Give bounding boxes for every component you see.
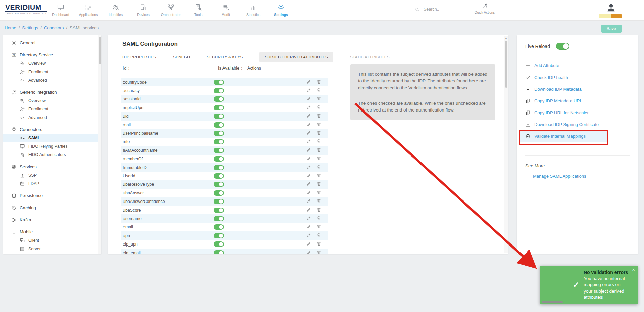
nav-item-orchestrator[interactable]: Orchestrator	[159, 2, 183, 17]
delete-attribute-button[interactable]	[316, 122, 321, 128]
delete-attribute-button[interactable]	[316, 113, 321, 119]
search-input[interactable]	[423, 7, 463, 12]
availability-toggle[interactable]	[214, 148, 224, 153]
edit-attribute-button[interactable]	[306, 190, 311, 196]
delete-attribute-button[interactable]	[316, 130, 321, 136]
edit-attribute-button[interactable]	[306, 173, 311, 179]
availability-toggle[interactable]	[214, 233, 224, 238]
edit-attribute-button[interactable]	[306, 96, 311, 102]
edit-attribute-button[interactable]	[306, 198, 311, 205]
delete-attribute-button[interactable]	[316, 139, 321, 145]
tab-spnego[interactable]: SPNEGO	[173, 55, 190, 59]
search-icon[interactable]	[415, 7, 420, 12]
tab-subject-derived-attributes[interactable]: SUBJECT DERIVED ATTRIBUTES	[259, 52, 333, 62]
tab-static-attributes[interactable]: STATIC ATTRIBUTES	[350, 55, 390, 59]
availability-toggle[interactable]	[214, 208, 224, 213]
action-download-idp-signing-certificate[interactable]: Download IDP Signing Certificate	[517, 119, 638, 130]
delete-attribute-button[interactable]	[316, 79, 321, 85]
manage-saml-applications-link[interactable]: Manage SAML Applications	[533, 174, 586, 179]
availability-toggle[interactable]	[214, 114, 224, 119]
availability-toggle[interactable]	[214, 80, 224, 85]
delete-attribute-button[interactable]	[316, 207, 321, 213]
delete-attribute-button[interactable]	[316, 198, 321, 205]
action-copy-idp-metadata-url[interactable]: Copy IDP Metadata URL	[517, 95, 638, 107]
delete-attribute-button[interactable]	[316, 190, 321, 196]
sidebar-item-client[interactable]: Client	[3, 236, 101, 244]
nav-item-dashboard[interactable]: Dashboard	[49, 2, 73, 17]
sidebar-scrollbar-thumb[interactable]	[99, 37, 101, 64]
edit-attribute-button[interactable]	[306, 216, 311, 222]
edit-attribute-button[interactable]	[306, 122, 311, 128]
save-button[interactable]: Save	[601, 25, 622, 33]
edit-attribute-button[interactable]	[306, 156, 311, 162]
sidebar-item-general[interactable]: General	[3, 39, 101, 47]
live-reload-toggle[interactable]	[556, 43, 569, 50]
sidebar-item-server[interactable]: Server	[3, 244, 101, 253]
main-scrollbar-thumb[interactable]	[505, 41, 507, 88]
delete-attribute-button[interactable]	[316, 241, 321, 247]
nav-item-devices[interactable]: Devices	[131, 2, 155, 17]
action-validate-internal-mappings[interactable]: Validate Internal Mappings	[519, 130, 608, 142]
breadcrumb-item-conectors[interactable]: Conectors	[44, 25, 64, 30]
availability-toggle[interactable]	[214, 250, 224, 254]
availability-toggle[interactable]	[214, 199, 224, 204]
sidebar-item-generic-integration[interactable]: Generic Integration	[3, 88, 101, 96]
sidebar-item-directory-service[interactable]: Directory Service	[3, 51, 101, 59]
edit-attribute-button[interactable]	[306, 105, 311, 111]
nav-item-tools[interactable]: Tools	[186, 2, 210, 17]
nav-item-applications[interactable]: Applications	[76, 2, 100, 17]
edit-attribute-button[interactable]	[306, 207, 311, 213]
delete-attribute-button[interactable]	[316, 233, 321, 239]
edit-attribute-button[interactable]	[306, 130, 311, 136]
availability-toggle[interactable]	[214, 190, 224, 196]
breadcrumb-item-home[interactable]: Home	[5, 25, 16, 30]
delete-attribute-button[interactable]	[316, 88, 321, 94]
tab-security-keys[interactable]: SECURITY & KEYS	[207, 55, 243, 59]
action-check-idp-health[interactable]: Check IDP health	[517, 72, 638, 83]
availability-toggle[interactable]	[214, 182, 224, 187]
edit-attribute-button[interactable]	[306, 113, 311, 119]
delete-attribute-button[interactable]	[316, 147, 321, 153]
nav-item-identities[interactable]: Identities	[104, 2, 128, 17]
sidebar-item-ldap[interactable]: LDAP	[3, 179, 101, 188]
availability-toggle[interactable]	[214, 122, 224, 128]
sidebar-item-persistence[interactable]: Persistence	[3, 191, 101, 200]
nav-item-audit[interactable]: Audit	[214, 2, 238, 17]
delete-attribute-button[interactable]	[316, 165, 321, 171]
sidebar-item-overview[interactable]: Overview	[3, 59, 101, 68]
main-scrollbar[interactable]: ▲	[504, 36, 508, 253]
availability-toggle[interactable]	[214, 241, 224, 247]
sidebar-item-fido-authenticators[interactable]: FIDO Authenticators	[3, 150, 101, 159]
edit-attribute-button[interactable]	[306, 165, 311, 171]
availability-toggle[interactable]	[214, 156, 224, 162]
sidebar-item-advanced[interactable]: Advanced	[3, 76, 101, 84]
action-download-idp-metadata[interactable]: Download IDP Metadata	[517, 83, 638, 95]
sidebar-item-connectors[interactable]: Connectors	[3, 125, 101, 134]
availability-toggle[interactable]	[214, 165, 224, 170]
delete-attribute-button[interactable]	[316, 181, 321, 187]
sidebar-item-mobile[interactable]: Mobile	[3, 228, 101, 236]
sidebar-item-overview[interactable]: Overview	[3, 96, 101, 105]
sidebar-item-saml[interactable]: SAML	[3, 134, 101, 142]
tab-idp-properties[interactable]: IDP PROPERTIES	[122, 55, 156, 59]
sidebar-item-fido-relying-parties[interactable]: FIDO Relying Parties	[3, 142, 101, 150]
action-add-attribute[interactable]: Add Attribute	[517, 60, 638, 72]
scroll-up-arrow[interactable]: ▲	[504, 36, 508, 40]
availability-toggle[interactable]	[214, 139, 224, 144]
toast-close-button[interactable]: ×	[632, 267, 635, 272]
availability-toggle[interactable]	[214, 88, 224, 93]
breadcrumb-item-settings[interactable]: Settings	[22, 25, 38, 30]
availability-toggle[interactable]	[214, 216, 224, 221]
sidebar-item-enrollment[interactable]: Enrollment	[3, 68, 101, 76]
edit-attribute-button[interactable]	[306, 147, 311, 153]
edit-attribute-button[interactable]	[306, 250, 311, 254]
edit-attribute-button[interactable]	[306, 241, 311, 247]
delete-attribute-button[interactable]	[316, 105, 321, 111]
delete-attribute-button[interactable]	[316, 96, 321, 102]
sidebar-item-advanced[interactable]: Advanced	[3, 113, 101, 122]
edit-attribute-button[interactable]	[306, 79, 311, 85]
sidebar-item-enrollment[interactable]: Enrollment	[3, 105, 101, 113]
sidebar-item-kafka[interactable]: Kafka	[3, 216, 101, 224]
delete-attribute-button[interactable]	[316, 156, 321, 162]
sidebar-item-ssp[interactable]: SSP	[3, 171, 101, 179]
